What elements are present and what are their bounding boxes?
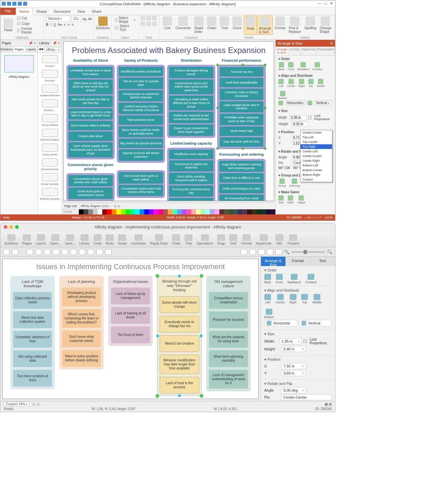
top-button[interactable]: Top: [301, 294, 308, 304]
mac-window-controls[interactable]: [4, 225, 19, 229]
affinity-card[interactable]: Convenience stores given priority over r…: [68, 175, 113, 187]
tb-hypernote[interactable]: Hypernote: [256, 234, 271, 245]
pos-x-input[interactable]: 7.92 in: [281, 363, 306, 369]
affinity-card[interactable]: Lack of management understanding of need…: [209, 370, 248, 389]
view-icons[interactable]: ▦ ▤: [325, 402, 332, 406]
align-right-icon[interactable]: ≡: [72, 23, 74, 27]
affinity-card[interactable]: Huge delay between ordering and receivin…: [219, 161, 264, 172]
bold-button[interactable]: B: [46, 23, 48, 27]
color-swatch[interactable]: [102, 209, 107, 214]
selection-handle[interactable]: [264, 64, 266, 66]
tab-document[interactable]: Document: [50, 8, 74, 15]
affinity-card[interactable]: What are the rewards for using tools: [209, 331, 248, 348]
font-name-combo[interactable]: Tahoma: [46, 16, 70, 22]
selection-handle[interactable]: [216, 64, 219, 66]
left-button[interactable]: Left: [264, 294, 271, 304]
tb-pages[interactable]: Pages: [22, 234, 32, 245]
tb-chain[interactable]: Chain: [172, 234, 180, 245]
affinity-card[interactable]: Short-term planning mentality: [209, 350, 248, 367]
hand-tool-icon[interactable]: [240, 249, 247, 255]
color-swatch[interactable]: [144, 209, 149, 214]
color-swatch[interactable]: [135, 209, 140, 214]
text-shape-icon[interactable]: [44, 249, 51, 255]
selection-handle[interactable]: [241, 64, 244, 66]
change-shape-button[interactable]: Change Shape: [318, 16, 333, 35]
pen-tool-icon[interactable]: [70, 249, 77, 255]
underline-button[interactable]: U: [53, 23, 56, 27]
affinity-card[interactable]: Lack of training at all levels: [111, 307, 150, 324]
tb-snap[interactable]: Snap: [217, 234, 225, 245]
center-button[interactable]: Center: [287, 79, 295, 88]
zoom-combo[interactable]: Custom 74%: [4, 402, 30, 407]
quick-access-toolbar[interactable]: [2, 2, 27, 6]
affinity-card[interactable]: Hard-to-sell stock goes to retail outlet…: [119, 172, 163, 184]
align-center-icon[interactable]: ≡: [68, 23, 70, 27]
color-swatch[interactable]: [219, 209, 224, 214]
affinity-card[interactable]: Special products will attract customers: [119, 149, 163, 161]
line-tool-icon[interactable]: [141, 21, 145, 26]
minimize-icon[interactable]: ―: [318, 1, 322, 6]
front-button[interactable]: Front: [288, 62, 294, 71]
format-painter-button[interactable]: Format Painter: [16, 27, 42, 35]
right-button[interactable]: Right: [289, 294, 297, 304]
color-swatch[interactable]: [107, 209, 112, 214]
color-swatch[interactable]: [247, 209, 252, 214]
color-swatch[interactable]: [177, 209, 182, 214]
align-icons[interactable]: LeftCenterRightTopMiddleBottom: [264, 294, 332, 319]
tb-library[interactable]: Library: [79, 234, 90, 245]
tab-text[interactable]: Text: [310, 257, 335, 266]
align-left-icon[interactable]: ≡: [64, 23, 66, 27]
fill-tool-icon[interactable]: [146, 21, 151, 26]
connector-button[interactable]: Connector: [174, 16, 192, 35]
cut-button[interactable]: Cut: [16, 16, 42, 20]
top-button[interactable]: Top: [308, 79, 314, 88]
tb-undo[interactable]: Undo: [94, 234, 102, 245]
color-swatch[interactable]: [243, 209, 247, 214]
affinity-card[interactable]: Overtime costs in bakery excessive: [220, 89, 263, 100]
affinity-card[interactable]: Profitable when adequate stock at start …: [220, 114, 263, 125]
library-shape[interactable]: [42, 173, 58, 181]
tab-arrange-size[interactable]: Arrange & Size: [261, 257, 286, 266]
tab-solutions[interactable]: Solutions: [0, 47, 13, 52]
rotate-handle[interactable]: [200, 274, 203, 278]
library-shape[interactable]: [42, 144, 58, 152]
affinity-card[interactable]: Unresponsive to customers' special reque…: [119, 90, 163, 102]
ungroup-button[interactable]: UnGroup: [289, 179, 300, 187]
mcol-planning[interactable]: Lack of planningDeveloping product witho…: [59, 276, 104, 369]
find-replace-button[interactable]: Find & Replace: [287, 16, 303, 35]
chain-button[interactable]: Chain: [206, 16, 218, 35]
snap-button[interactable]: Snap: [244, 16, 257, 35]
tb-tree[interactable]: Tree: [184, 234, 193, 245]
line-button[interactable]: Line: [161, 16, 173, 35]
dd-option[interactable]: Custom: [301, 177, 332, 182]
arrange-size-button[interactable]: Arrange & Size: [257, 16, 273, 35]
center-button[interactable]: Center: [276, 294, 285, 304]
affinity-card[interactable]: Order form is difficult to use: [219, 173, 264, 183]
right-button[interactable]: Right: [299, 79, 305, 88]
library-shape[interactable]: [42, 85, 58, 93]
dist-h-combo[interactable]: Horizontal: [264, 320, 297, 326]
dist-v-combo[interactable]: Vertical: [299, 320, 332, 326]
affinity-card[interactable]: Not getting goods from bakery to distrib…: [169, 198, 213, 201]
color-swatch[interactable]: [154, 209, 158, 214]
back-button[interactable]: Back: [278, 62, 284, 71]
prev-button[interactable]: ◁: [32, 402, 35, 406]
solutions-button[interactable]: Solutions: [96, 16, 109, 31]
library-shape[interactable]: [42, 55, 58, 63]
close-icon[interactable]: ✕: [330, 1, 333, 6]
window-controls[interactable]: ―□✕: [318, 1, 333, 6]
rapid-draw-button[interactable]: Rapid Draw: [193, 16, 205, 35]
dd-option[interactable]: Top-Center: [301, 140, 332, 144]
spelling-button[interactable]: Spelling: [303, 16, 318, 35]
inc-font-icon[interactable]: A▴: [83, 17, 87, 21]
pin-icon[interactable]: 📌: [53, 41, 57, 45]
zoom-in-button[interactable]: 🔍: [327, 249, 332, 254]
tb-solutions[interactable]: Solutions: [4, 234, 18, 245]
bezier-tool-icon[interactable]: [61, 249, 68, 255]
affinity-card[interactable]: Unrealistic allotment of time: [13, 331, 52, 348]
dd-option[interactable]: Top-Left: [301, 135, 332, 140]
align-icons[interactable]: LeftCenterRightTopMiddleBottom: [278, 79, 332, 100]
zoom-slider[interactable]: [291, 251, 325, 253]
affinity-card[interactable]: Data collection process needs: [13, 292, 52, 309]
tab-file[interactable]: File: [0, 7, 16, 15]
